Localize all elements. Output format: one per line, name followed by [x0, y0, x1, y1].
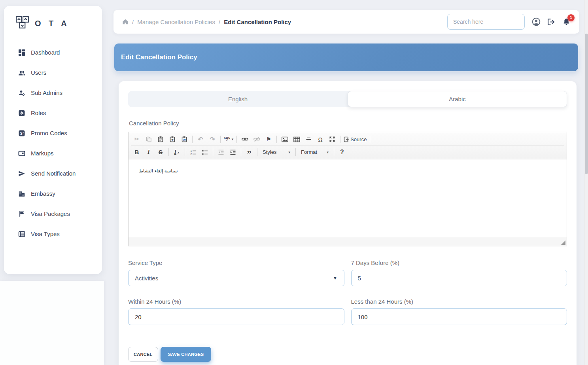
link-icon[interactable] — [239, 134, 251, 144]
paste-icon[interactable] — [155, 134, 166, 144]
less-than-24-hours-group: Less than 24 Hours (%) — [351, 298, 567, 325]
less-than-24-hours-input[interactable] — [351, 308, 567, 325]
svg-text:2: 2 — [191, 153, 192, 155]
undo-icon[interactable]: ↶ — [195, 134, 206, 144]
resize-handle-icon[interactable] — [561, 240, 565, 245]
bulleted-list-icon[interactable] — [199, 147, 211, 157]
breadcrumb-separator: / — [219, 19, 220, 25]
sidebar-item-label: Send Notification — [31, 170, 76, 177]
brand: O T A — [4, 6, 102, 30]
source-button-label: Source — [350, 136, 367, 142]
svg-text:T: T — [172, 138, 174, 142]
unlink-icon[interactable] — [251, 134, 263, 144]
svg-text:1: 1 — [191, 149, 192, 152]
sidebar-item-send-notification[interactable]: Send Notification — [4, 163, 102, 183]
toolbar-separator — [185, 148, 185, 156]
increase-indent-icon[interactable] — [227, 147, 239, 157]
topbar-icons: 1 — [532, 17, 571, 26]
service-type-value: Activities — [135, 275, 158, 282]
embassy-icon — [18, 190, 25, 197]
sidebar-item-label: Dashboard — [31, 49, 60, 56]
paste-from-word-icon[interactable]: W — [178, 134, 190, 144]
within-24-hours-group: Within 24 Hours (%) — [128, 298, 344, 325]
spell-check-icon[interactable]: ABC✓▾ — [223, 134, 234, 144]
special-character-icon[interactable]: Ω — [314, 134, 326, 144]
sidebar-item-users[interactable]: Users — [4, 62, 102, 83]
anchor-icon[interactable]: ⚑ — [263, 134, 274, 144]
sidebar-nav: Dashboard Users Sub Admins Roles $ Promo… — [4, 42, 102, 244]
help-icon[interactable]: ? — [336, 147, 348, 157]
breadcrumb-section[interactable]: Manage Cancellation Policies — [137, 19, 215, 25]
service-type-select[interactable]: Activities ▼ — [128, 270, 344, 286]
seven-days-before-input[interactable] — [351, 270, 567, 286]
toolbar-separator — [168, 148, 169, 156]
save-changes-button[interactable]: SAVE CHANGES — [161, 347, 212, 362]
chevron-down-icon: ▾ — [327, 150, 329, 154]
sidebar-item-markups[interactable]: Markups — [4, 143, 102, 163]
maximize-icon[interactable] — [326, 134, 338, 144]
numbered-list-icon[interactable]: 12 — [187, 147, 199, 157]
seven-days-before-label: 7 Days Before (%) — [351, 259, 567, 266]
visa-types-icon — [18, 231, 25, 238]
sidebar-item-promo-codes[interactable]: $ Promo Codes — [4, 123, 102, 143]
decrease-indent-icon[interactable] — [215, 147, 227, 157]
editor-content-area[interactable]: سياسة إلغاء النشاط — [129, 159, 567, 237]
redo-icon[interactable]: ↷ — [206, 134, 218, 144]
bold-icon[interactable]: B — [131, 147, 143, 157]
toolbar-row-1: ✂ T W ↶ ↷ ABC✓▾ — [131, 133, 564, 146]
image-icon[interactable] — [279, 134, 291, 144]
scrollbar-thumb[interactable] — [585, 34, 588, 174]
toolbar-separator — [370, 136, 370, 143]
toolbar-separator — [295, 148, 296, 156]
editor-content-text: سياسة إلغاء النشاط — [139, 168, 178, 174]
home-icon[interactable] — [122, 19, 129, 25]
visa-packages-icon — [18, 210, 25, 217]
remove-format-icon[interactable]: Ix — [171, 147, 183, 157]
sidebar-item-label: Sub Admins — [31, 89, 62, 96]
cut-icon[interactable]: ✂ — [131, 134, 143, 144]
toolbar-separator — [257, 148, 257, 156]
notification-badge: 1 — [567, 14, 575, 21]
breadcrumb: / Manage Cancellation Policies / Edit Ca… — [122, 19, 291, 25]
svg-text:W: W — [183, 138, 186, 142]
sidebar-item-label: Visa Types — [31, 231, 60, 237]
table-icon[interactable] — [291, 134, 303, 144]
search-input[interactable] — [447, 14, 525, 30]
tab-arabic[interactable]: Arabic — [348, 91, 567, 107]
sidebar-item-sub-admins[interactable]: Sub Admins — [4, 83, 102, 103]
italic-icon[interactable]: I — [143, 147, 155, 157]
logout-icon[interactable] — [547, 18, 556, 26]
toolbar-separator — [334, 148, 334, 156]
topbar: / Manage Cancellation Policies / Edit Ca… — [113, 10, 579, 34]
toolbar-separator — [241, 148, 241, 156]
blockquote-icon[interactable]: ” — [243, 147, 255, 157]
account-icon[interactable] — [532, 17, 541, 26]
strikethrough-icon[interactable]: S — [155, 147, 166, 157]
format-dropdown[interactable]: Format ▾ — [298, 147, 332, 157]
paste-plain-text-icon[interactable]: T — [166, 134, 178, 144]
toolbar-separator — [236, 136, 237, 143]
notifications-bell-icon[interactable]: 1 — [562, 18, 571, 26]
styles-dropdown[interactable]: Styles ▾ — [259, 147, 293, 157]
horizontal-rule-icon[interactable] — [303, 134, 314, 144]
page-scrollbar[interactable] — [584, 0, 588, 365]
sidebar-item-embassy[interactable]: Embassy — [4, 183, 102, 204]
brand-logo-icon — [16, 16, 30, 30]
promo-codes-icon: $ — [18, 130, 25, 137]
sidebar-item-visa-packages[interactable]: Visa Packages — [4, 204, 102, 224]
page-title: Edit Cancellation Policy — [121, 53, 197, 61]
service-type-group: Service Type Activities ▼ — [128, 259, 344, 286]
within-24-hours-input[interactable] — [128, 308, 344, 325]
cancel-button[interactable]: CANCEL — [128, 347, 158, 362]
less-than-24-hours-label: Less than 24 Hours (%) — [351, 298, 567, 305]
editor-label: Cancellation Policy — [129, 120, 567, 127]
rich-text-editor: ✂ T W ↶ ↷ ABC✓▾ — [128, 132, 567, 246]
sidebar-item-dashboard[interactable]: Dashboard — [4, 42, 102, 62]
sidebar-item-visa-types[interactable]: Visa Types — [4, 224, 102, 244]
tab-english[interactable]: English — [128, 91, 348, 107]
markups-icon — [18, 150, 25, 157]
form-actions: CANCEL SAVE CHANGES — [128, 347, 567, 362]
sidebar-item-roles[interactable]: Roles — [4, 103, 102, 123]
copy-icon[interactable] — [143, 134, 155, 144]
source-button[interactable]: Source — [342, 134, 368, 144]
